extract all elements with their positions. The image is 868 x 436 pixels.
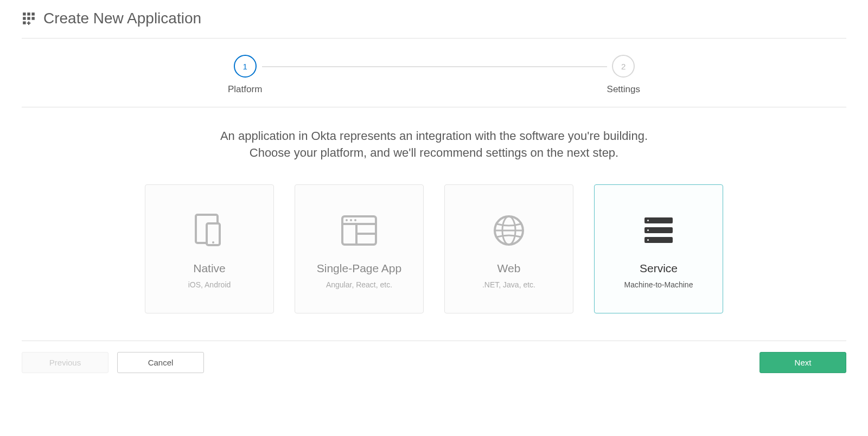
svg-rect-2 (31, 12, 34, 15)
previous-button[interactable]: Previous (22, 352, 108, 373)
step-label-2: Settings (607, 84, 640, 95)
card-web[interactable]: Web .NET, Java, etc. (444, 184, 573, 313)
card-native[interactable]: Native iOS, Android (145, 184, 274, 313)
svg-rect-3 (23, 17, 25, 20)
description-line-1: An application in Okta represents an int… (22, 128, 846, 145)
next-button[interactable]: Next (760, 352, 846, 373)
footer: Previous Cancel Next (0, 341, 868, 384)
apps-grid-icon (22, 11, 36, 25)
footer-left-buttons: Previous Cancel (22, 352, 204, 373)
svg-rect-0 (23, 12, 25, 15)
card-subtitle: Angular, React, etc. (326, 280, 392, 289)
card-subtitle: .NET, Java, etc. (482, 280, 535, 289)
card-spa[interactable]: Single-Page App Angular, React, etc. (295, 184, 424, 313)
page-title: Create New Application (43, 10, 201, 27)
svg-rect-5 (31, 17, 34, 20)
svg-rect-4 (27, 17, 30, 20)
card-title: Native (193, 262, 226, 275)
card-subtitle: Machine-to-Machine (624, 280, 693, 289)
step-circle-2: 2 (612, 55, 635, 78)
browser-icon (341, 209, 377, 252)
svg-point-12 (346, 219, 348, 221)
card-title: Single-Page App (317, 262, 401, 275)
card-subtitle: iOS, Android (188, 280, 231, 289)
card-service[interactable]: Service Machine-to-Machine (594, 184, 723, 313)
globe-icon (493, 209, 525, 252)
svg-point-14 (354, 219, 356, 221)
card-title: Service (640, 262, 678, 275)
page-header: Create New Application (0, 0, 868, 38)
step-circle-1: 1 (234, 55, 257, 78)
svg-rect-6 (23, 21, 25, 24)
step-platform[interactable]: 1 Platform (228, 55, 262, 95)
platform-card-row: Native iOS, Android Single-Page App Angu… (0, 184, 868, 341)
cancel-button[interactable]: Cancel (117, 352, 204, 373)
device-icon (190, 209, 228, 252)
svg-rect-1 (27, 12, 30, 15)
stepper-line (251, 66, 617, 67)
description-text: An application in Okta represents an int… (0, 107, 868, 184)
step-label-1: Platform (228, 84, 262, 95)
stepper: 1 Platform 2 Settings (0, 39, 868, 107)
description-line-2: Choose your platform, and we'll recommen… (22, 145, 846, 162)
card-title: Web (497, 262, 521, 275)
server-icon (644, 209, 673, 252)
svg-point-13 (350, 219, 352, 221)
step-settings[interactable]: 2 Settings (607, 55, 640, 95)
svg-point-9 (212, 241, 214, 243)
